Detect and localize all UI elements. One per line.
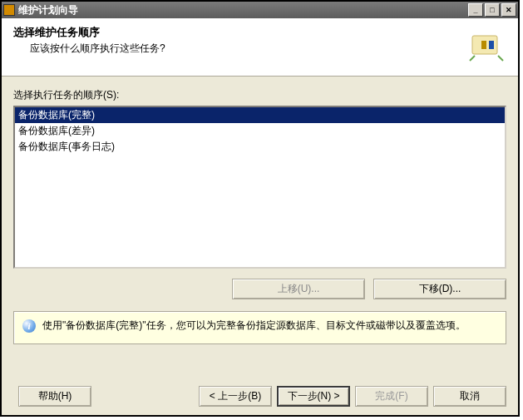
finish-button[interactable]: 完成(F) — [355, 386, 428, 407]
list-item[interactable]: 备份数据库(差异) — [15, 123, 505, 139]
window-title: 维护计划向导 — [18, 3, 466, 17]
move-button-row: 上移(U)... 下移(D)... — [13, 279, 506, 299]
svg-line-4 — [498, 56, 503, 61]
move-down-button[interactable]: 下移(D)... — [373, 279, 506, 299]
wizard-window: 维护计划向导 _ □ ✕ 选择维护任务顺序 应该按什么顺序执行这些任务? 选择执… — [0, 0, 520, 417]
svg-line-3 — [470, 56, 475, 61]
svg-rect-2 — [489, 41, 494, 49]
body-pane: 选择执行任务的顺序(S): 备份数据库(完整)备份数据库(差异)备份数据库(事务… — [2, 77, 518, 299]
info-box: i 使用"备份数据库(完整)"任务，您可以为完整备份指定源数据库、目标文件或磁带… — [13, 311, 506, 344]
cancel-button[interactable]: 取消 — [433, 386, 506, 407]
minimize-button[interactable]: _ — [468, 3, 483, 17]
app-icon — [3, 4, 15, 16]
footer-buttons: 帮助(H) < 上一步(B) 下一步(N) > 完成(F) 取消 — [2, 386, 518, 407]
titlebar: 维护计划向导 _ □ ✕ — [2, 2, 518, 18]
info-text: 使用"备份数据库(完整)"任务，您可以为完整备份指定源数据库、目标文件或磁带以及… — [42, 319, 466, 333]
close-button[interactable]: ✕ — [501, 3, 516, 17]
info-icon: i — [22, 319, 36, 333]
maximize-button[interactable]: □ — [485, 3, 500, 17]
list-item[interactable]: 备份数据库(完整) — [15, 107, 505, 123]
page-subtitle: 应该按什么顺序执行这些任务? — [30, 42, 466, 56]
task-order-listbox[interactable]: 备份数据库(完整)备份数据库(差异)备份数据库(事务日志) — [13, 106, 506, 269]
header-pane: 选择维护任务顺序 应该按什么顺序执行这些任务? — [2, 18, 518, 77]
listbox-label: 选择执行任务的顺序(S): — [13, 88, 506, 102]
svg-rect-1 — [481, 41, 486, 49]
page-title: 选择维护任务顺序 — [13, 25, 466, 40]
list-item[interactable]: 备份数据库(事务日志) — [15, 139, 505, 155]
header-wrench-icon — [466, 27, 506, 67]
help-button[interactable]: 帮助(H) — [18, 386, 91, 407]
header-text: 选择维护任务顺序 应该按什么顺序执行这些任务? — [13, 25, 466, 69]
move-up-button[interactable]: 上移(U)... — [232, 279, 365, 299]
next-button[interactable]: 下一步(N) > — [277, 386, 350, 407]
back-button[interactable]: < 上一步(B) — [199, 386, 272, 407]
